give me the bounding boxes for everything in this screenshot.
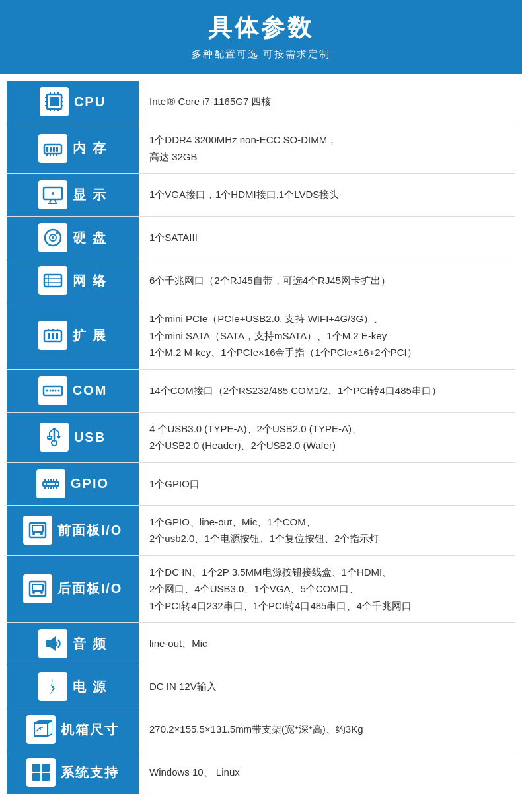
page-title: 具体参数	[7, 12, 515, 44]
svg-point-77	[32, 592, 35, 594]
label-text-power: 电 源	[73, 678, 107, 696]
value-cell-display: 1个VGA接口，1个HDMI接口,1个LVDS接头	[139, 174, 515, 217]
value-cell-network: 6个千兆网口（2个RJ45自带，可选4个RJ45网卡扩出）	[139, 259, 515, 302]
label-text-chassis: 机箱尺寸	[61, 721, 119, 739]
value-cell-cpu: Intel® Core i7-1165G7 四核	[139, 81, 515, 123]
svg-point-30	[52, 236, 54, 239]
svg-point-56	[44, 483, 46, 485]
page-subtitle: 多种配置可选 可按需求定制	[7, 48, 515, 61]
specs-table-container: CPUIntel® Core i7-1165G7 四核 内 存1个DDR4 32…	[0, 74, 522, 801]
svg-rect-72	[32, 525, 43, 532]
table-row: 网 络6个千兆网口（2个RJ45自带，可选4个RJ45网卡扩出）	[7, 259, 515, 302]
label-text-audio: 音 频	[73, 635, 107, 653]
label-cell-cpu: CPU	[7, 81, 139, 123]
gpio-icon	[36, 469, 65, 498]
label-cell-usb: USB	[7, 412, 139, 462]
svg-rect-39	[56, 333, 58, 339]
svg-rect-51	[48, 436, 52, 439]
label-text-rear-panel: 后面板I/O	[57, 580, 123, 597]
svg-rect-90	[42, 764, 50, 772]
label-cell-power: 电 源	[7, 665, 139, 708]
com-icon	[38, 376, 67, 405]
svg-rect-18	[56, 147, 58, 152]
table-row: 系统支持Windows 10、 Linux	[7, 751, 515, 794]
label-text-com: COM	[73, 383, 108, 398]
label-text-network: 网 络	[73, 272, 107, 290]
svg-point-27	[52, 192, 54, 195]
table-row: 硬 盘1个SATAIII	[7, 217, 515, 259]
value-cell-com: 14个COM接口（2个RS232/485 COM1/2、1个PCI转4口485串…	[139, 369, 515, 412]
display-icon	[38, 180, 67, 209]
label-cell-memory: 内 存	[7, 123, 139, 174]
value-cell-chassis: 270.2×155.5×131.5mm带支架(宽*深*高)、约3Kg	[139, 708, 515, 751]
cpu-icon	[40, 87, 69, 116]
label-text-storage: 硬 盘	[73, 229, 107, 247]
value-cell-usb: 4 个USB3.0 (TYPE-A)、2个USB2.0 (TYPE-A)、2个U…	[139, 412, 515, 462]
table-row: 电 源DC IN 12V输入	[7, 665, 515, 708]
audio-icon	[38, 629, 67, 658]
svg-rect-92	[42, 773, 50, 781]
svg-rect-89	[32, 764, 40, 772]
value-cell-rear-panel: 1个DC IN、1个2P 3.5MM电源按钮接线盒、1个HDMI、2个网口、4个…	[139, 555, 515, 623]
label-cell-storage: 硬 盘	[7, 217, 139, 259]
os-icon	[26, 758, 56, 787]
table-row: 扩 展1个mini PCIe（PCIe+USB2.0, 支持 WIFI+4G/3…	[7, 302, 515, 370]
label-text-cpu: CPU	[74, 94, 106, 110]
value-cell-gpio: 1个GPIO口	[139, 462, 515, 505]
power-icon	[38, 672, 67, 701]
expansion-icon	[38, 321, 67, 350]
svg-point-57	[47, 483, 50, 485]
svg-point-45	[49, 389, 51, 391]
specs-table: CPUIntel® Core i7-1165G7 四核 内 存1个DDR4 32…	[7, 81, 515, 794]
label-text-memory: 内 存	[73, 139, 107, 157]
network-icon	[38, 266, 67, 295]
svg-rect-91	[32, 773, 40, 781]
memory-icon	[38, 134, 67, 163]
svg-point-31	[56, 232, 59, 234]
label-cell-expansion: 扩 展	[7, 302, 139, 370]
table-row: 后面板I/O1个DC IN、1个2P 3.5MM电源按钮接线盒、1个HDMI、2…	[7, 555, 515, 623]
svg-marker-53	[57, 436, 61, 439]
svg-point-58	[50, 483, 52, 485]
svg-line-88	[48, 734, 52, 736]
rear-panel-icon	[23, 574, 52, 603]
label-cell-com: COM	[7, 369, 139, 412]
svg-point-44	[46, 389, 48, 391]
svg-rect-17	[53, 147, 55, 152]
svg-rect-16	[50, 147, 52, 152]
svg-point-78	[40, 592, 43, 594]
value-cell-os: Windows 10、 Linux	[139, 751, 515, 794]
svg-rect-32	[44, 275, 61, 287]
label-text-display: 显 示	[73, 186, 107, 204]
svg-rect-37	[48, 333, 50, 339]
usb-icon	[40, 423, 69, 452]
svg-point-74	[40, 533, 43, 535]
table-row: 内 存1个DDR4 3200MHz non-ECC SO-DIMM，高达 32G…	[7, 123, 515, 174]
label-cell-chassis: 机箱尺寸	[7, 708, 139, 751]
table-row: 前面板I/O1个GPIO、line-out、Mic、1个COM、2个usb2.0…	[7, 505, 515, 555]
label-text-usb: USB	[74, 430, 106, 445]
header: 具体参数 多种配置可选 可按需求定制	[0, 0, 522, 74]
svg-point-47	[54, 389, 56, 391]
svg-marker-79	[46, 636, 56, 651]
value-cell-power: DC IN 12V输入	[139, 665, 515, 708]
label-cell-network: 网 络	[7, 259, 139, 302]
value-cell-expansion: 1个mini PCIe（PCIe+USB2.0, 支持 WIFI+4G/3G）、…	[139, 302, 515, 370]
table-row: 显 示1个VGA接口，1个HDMI接口,1个LVDS接头	[7, 174, 515, 217]
label-text-expansion: 扩 展	[73, 327, 107, 345]
table-row: 音 频line-out、Mic	[7, 623, 515, 665]
label-cell-front-panel: 前面板I/O	[7, 505, 139, 555]
table-row: COM14个COM接口（2个RS232/485 COM1/2、1个PCI转4口4…	[7, 369, 515, 412]
svg-rect-76	[32, 584, 43, 591]
label-cell-os: 系统支持	[7, 751, 139, 794]
label-cell-display: 显 示	[7, 174, 139, 217]
label-text-gpio: GPIO	[71, 476, 109, 491]
table-row: 机箱尺寸270.2×155.5×131.5mm带支架(宽*深*高)、约3Kg	[7, 708, 515, 751]
value-cell-audio: line-out、Mic	[139, 623, 515, 665]
value-cell-storage: 1个SATAIII	[139, 217, 515, 259]
label-cell-rear-panel: 后面板I/O	[7, 555, 139, 623]
label-cell-audio: 音 频	[7, 623, 139, 665]
table-row: USB4 个USB3.0 (TYPE-A)、2个USB2.0 (TYPE-A)、…	[7, 412, 515, 462]
svg-rect-1	[50, 97, 59, 106]
table-row: CPUIntel® Core i7-1165G7 四核	[7, 81, 515, 123]
